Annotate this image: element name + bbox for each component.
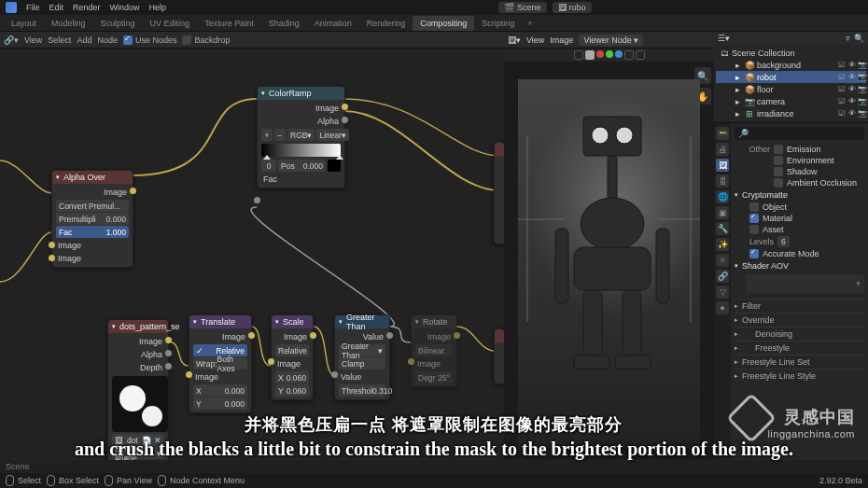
node-greater-than[interactable]: ▾Greater Than Value Greater Than ▾ Clamp…: [334, 314, 390, 400]
scale-x[interactable]: X0.060: [275, 371, 309, 383]
outliner-item-background[interactable]: ▸📦background☑👁📷: [716, 59, 866, 71]
pass-environment[interactable]: Environment: [774, 155, 864, 166]
section-freestyle-lineset[interactable]: ▸Freestyle Line Set: [735, 355, 864, 369]
colorramp-add-button[interactable]: +: [261, 129, 273, 141]
translate-y[interactable]: Y0.000: [193, 397, 247, 410]
tab-shading[interactable]: Shading: [261, 16, 307, 31]
prop-tab-physics[interactable]: ⚛: [716, 254, 729, 267]
node-scale[interactable]: ▾Scale Image Relative Image X0.060 Y0.06…: [271, 314, 314, 400]
image-editor-type-icon[interactable]: 🖼▾: [508, 35, 521, 45]
prop-tab-constraints[interactable]: 🔗: [716, 270, 729, 283]
prop-tab-viewlayer[interactable]: 🖼: [716, 159, 729, 172]
crypto-asset[interactable]: Asset: [735, 224, 864, 235]
tab-rendering[interactable]: Rendering: [359, 16, 413, 31]
compositor-menu-select[interactable]: Select: [48, 35, 71, 45]
scene-name[interactable]: Scene: [6, 462, 30, 471]
menu-render[interactable]: Render: [73, 3, 101, 12]
outliner-item-robot[interactable]: ▸📦robot☑👁📷: [716, 71, 866, 83]
crypto-accurate[interactable]: Accurate Mode: [735, 248, 864, 259]
tab-modeling[interactable]: Modeling: [44, 16, 93, 31]
translate-x[interactable]: X0.000: [193, 384, 247, 397]
tab-layout[interactable]: Layout: [4, 16, 44, 31]
outliner-filter-icon[interactable]: ▿: [846, 34, 850, 43]
colorramp-color[interactable]: [328, 160, 341, 172]
tab-uv-editing[interactable]: UV Editing: [143, 16, 198, 31]
menu-window[interactable]: Window: [110, 3, 140, 12]
outliner-type-icon[interactable]: ☰▾: [718, 34, 730, 43]
section-shader-aov[interactable]: ▾Shader AOV: [735, 259, 864, 272]
image-datablock-selector[interactable]: Viewer Node ▾: [579, 35, 643, 46]
math-clamp[interactable]: Clamp: [339, 357, 385, 369]
translate-wrap[interactable]: Wrap: Both Axes: [193, 357, 247, 369]
math-operation[interactable]: Greater Than ▾: [339, 344, 385, 356]
node-colorramp[interactable]: ▾ColorRamp Image Alpha + − RGB ▾ Linear …: [257, 86, 345, 188]
viewlayer-selector[interactable]: 🖼robo: [553, 2, 592, 13]
pass-ao[interactable]: Ambient Occlusion: [774, 177, 864, 188]
colorramp-mode-a[interactable]: RGB ▾: [287, 129, 315, 141]
section-filter[interactable]: ▸Filter: [735, 299, 864, 313]
prop-tab-output[interactable]: 🖨: [716, 143, 729, 156]
properties-search-input[interactable]: [752, 129, 861, 138]
section-freestyle[interactable]: ▸Freestyle: [735, 341, 864, 355]
outliner-search-icon[interactable]: 🔍: [854, 34, 864, 43]
crypto-levels[interactable]: 6: [777, 236, 790, 247]
prop-tab-scene[interactable]: 🎛: [716, 174, 729, 188]
tab-sculpting[interactable]: Sculpting: [93, 16, 143, 31]
menu-edit[interactable]: Edit: [49, 3, 64, 12]
rotate-degrees[interactable]: Degr25°: [415, 371, 453, 383]
aov-add-button[interactable]: +: [856, 279, 861, 288]
prop-tab-particles[interactable]: ✨: [716, 238, 729, 251]
node-offscreen-1[interactable]: [494, 142, 504, 244]
menu-help[interactable]: Help: [149, 3, 167, 12]
node-dots-pattern[interactable]: ▾dots_pattern_se Image Alpha Depth 🖼 dot…: [107, 319, 169, 460]
editor-type-icon[interactable]: 🔗▾: [4, 35, 19, 45]
pass-shadow[interactable]: Shadow: [774, 166, 864, 177]
channel-buttons[interactable]: [574, 50, 645, 60]
pass-emission[interactable]: Emission: [774, 144, 864, 155]
section-override[interactable]: ▸Override: [735, 313, 864, 327]
image-menu-view[interactable]: View: [526, 35, 544, 45]
prop-tab-render[interactable]: 📟: [716, 127, 729, 140]
scale-y[interactable]: Y0.060: [275, 384, 309, 397]
compositor-menu-node[interactable]: Node: [97, 35, 118, 45]
prop-tab-material[interactable]: ●: [716, 301, 729, 314]
math-threshold[interactable]: Threshol0.310: [339, 384, 385, 397]
prop-tab-data[interactable]: ▽: [716, 286, 729, 299]
scene-selector[interactable]: 🎬Scene: [498, 2, 547, 13]
image-viewport[interactable]: 🔍 ✋: [504, 62, 714, 460]
prop-tab-object[interactable]: ▣: [716, 206, 729, 219]
colorramp-pos[interactable]: Pos0.000: [278, 160, 326, 172]
compositor-menu-add[interactable]: Add: [77, 35, 91, 45]
tab-compositing[interactable]: Compositing: [413, 16, 474, 31]
rotate-filter[interactable]: Bilinear: [415, 344, 453, 356]
colorramp-index[interactable]: 0: [261, 160, 276, 172]
use-nodes-checkbox[interactable]: Use Nodes: [123, 35, 177, 45]
node-translate[interactable]: ▾Translate Image ✓ Relative Wrap: Both A…: [189, 314, 252, 413]
convert-premul-toggle[interactable]: Convert Premul...: [56, 200, 129, 212]
colorramp-mode-b[interactable]: Linear ▾: [316, 129, 349, 141]
prop-tab-world[interactable]: 🌐: [716, 190, 729, 203]
colorramp-gradient[interactable]: [261, 144, 341, 157]
node-editor-canvas[interactable]: ▾Alpha Over Image Convert Premul... Prem…: [0, 49, 504, 460]
crypto-material[interactable]: Material: [735, 213, 864, 224]
scale-space[interactable]: Relative: [275, 344, 309, 356]
outliner-tree[interactable]: 🗂Scene Collection ▸📦background☑👁📷 ▸📦robo…: [714, 45, 868, 121]
section-freestyle-linestyle[interactable]: ▸Freestyle Line Style: [735, 369, 864, 383]
menu-file[interactable]: File: [26, 3, 40, 12]
section-denoising[interactable]: ▸Denoising: [735, 327, 864, 341]
outliner-item-camera[interactable]: ▸📷camera☑👁📷: [716, 95, 866, 107]
node-alpha-over[interactable]: ▾Alpha Over Image Convert Premul... Prem…: [51, 170, 133, 268]
compositor-menu-view[interactable]: View: [24, 35, 42, 45]
image-menu-image[interactable]: Image: [550, 35, 573, 45]
backdrop-checkbox[interactable]: Backdrop: [182, 35, 230, 45]
add-workspace-button[interactable]: +: [522, 19, 538, 28]
tab-animation[interactable]: Animation: [307, 16, 359, 31]
colorramp-remove-button[interactable]: −: [274, 129, 286, 141]
properties-search[interactable]: 🔎: [735, 127, 864, 140]
node-rotate[interactable]: ▾Rotate Image Bilinear Image Degr25°: [411, 314, 457, 387]
crypto-object[interactable]: Object: [735, 202, 864, 213]
outliner-item-irradiance[interactable]: ▸⊞irradiance☑👁📷: [716, 107, 866, 119]
tab-scripting[interactable]: Scripting: [474, 16, 522, 31]
fac-field[interactable]: Fac1.000: [56, 226, 129, 238]
section-cryptomatte[interactable]: ▾Cryptomatte: [735, 188, 864, 202]
